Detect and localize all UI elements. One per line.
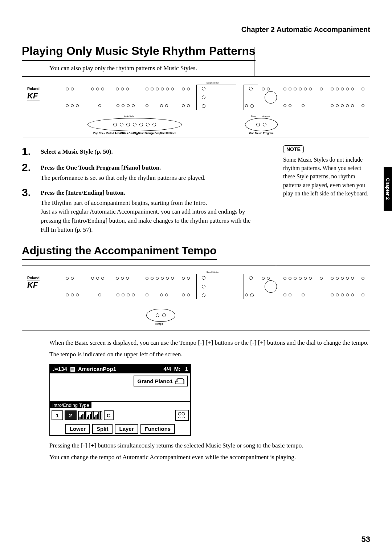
one-touch-program-label: One Touch Program <box>248 132 275 134</box>
piano-icon <box>175 378 184 384</box>
lcd-lower: Lower <box>65 424 90 434</box>
section-title-2: Adjusting the Accompaniment Tempo <box>22 244 217 260</box>
song-collection-label: Song Collection <box>207 82 219 84</box>
lcd-measure: 1 <box>185 366 188 372</box>
section2-para4: You can change the tempo of Automatic Ac… <box>49 453 370 462</box>
music-style-group-label: Music Style <box>124 115 134 117</box>
tone-box: Grand Piano1 <box>134 376 188 386</box>
section2-para1: When the Basic screen is displayed, you … <box>49 338 370 348</box>
section-title-1: Playing Only Music Style Rhythm Patterns <box>22 44 256 61</box>
section2-para3: Pressing the [-] [+] buttons simultaneou… <box>49 441 370 450</box>
svg-point-1 <box>182 412 185 415</box>
lcd-level-bars <box>78 411 102 420</box>
song-collection-label: Song Collection <box>207 271 219 273</box>
step-3-text: The Rhythm part of accompaniment begins,… <box>41 199 254 235</box>
note-label: NOTE <box>283 145 304 153</box>
lcd-screen-figure: ♩=134 ▤ AmericanPop1 4/4 M: 1 Grand Pian… <box>49 364 191 436</box>
step-3: 3 Press the [Intro/Ending] button. The R… <box>22 186 254 235</box>
divider <box>276 245 276 267</box>
lcd-timesig: 4/4 <box>163 366 171 372</box>
keyboard-panel-figure-2: Roland KF Song Collection Tempo <box>22 266 370 331</box>
step-3-title: Press the [Intro/Ending] button. <box>41 189 254 197</box>
section2-para2: The tempo is indicated on the upper left… <box>49 350 370 359</box>
lcd-tempo: ♩=134 <box>52 366 67 372</box>
note-text: Some Music Styles do not include rhythm … <box>283 155 370 198</box>
section1-intro: You can also play only the rhythm patter… <box>49 65 370 72</box>
lcd-layer: Layer <box>115 424 138 434</box>
step-2-title: Press the One Touch Program [Piano] butt… <box>41 164 205 171</box>
step-2-text: The performance is set so that only the … <box>41 174 205 183</box>
svg-point-0 <box>178 412 181 415</box>
lcd-section-label: Intro/Ending Type <box>50 402 91 408</box>
lcd-btn-2: 2 <box>65 410 76 420</box>
arranger-label: Arranger <box>262 115 270 117</box>
brand-logo: Roland KF <box>27 276 40 290</box>
step-num-3: 3 <box>22 186 41 235</box>
step-1-title: Select a Music Style (p. 50). <box>41 148 113 155</box>
lcd-measure-label: M: <box>174 366 181 372</box>
lcd-split: Split <box>92 424 113 434</box>
step-num-1: 1 <box>22 145 41 158</box>
style-btn-user: User <box>170 132 176 134</box>
step-2: 2 Press the One Touch Program [Piano] bu… <box>22 161 254 183</box>
side-tab: Chapter 2 <box>384 167 392 211</box>
part-icon <box>175 410 189 421</box>
brand-logo: Roland KF <box>27 87 40 101</box>
style-btn-pop: Pop Rock <box>93 132 105 134</box>
lcd-chord: C <box>104 410 114 420</box>
disk-icon: ▤ <box>69 366 77 372</box>
lcd-tone: Grand Piano1 <box>137 378 173 384</box>
step-num-2: 2 <box>22 161 41 183</box>
lcd-style-name: AmericanPop1 <box>78 366 116 372</box>
piano-label: Piano <box>251 115 256 117</box>
chapter-header: Chapter 2 Automatic Accompaniment <box>145 25 370 37</box>
step-1: 1 Select a Music Style (p. 50). <box>22 145 254 158</box>
tempo-label: Tempo <box>155 323 163 325</box>
lcd-functions: Functions <box>140 424 175 434</box>
keyboard-panel-figure-1: Roland KF Song Collection Music Style Po… <box>22 76 370 138</box>
page-number: 53 <box>362 535 370 544</box>
lcd-btn-1: 1 <box>52 410 63 420</box>
